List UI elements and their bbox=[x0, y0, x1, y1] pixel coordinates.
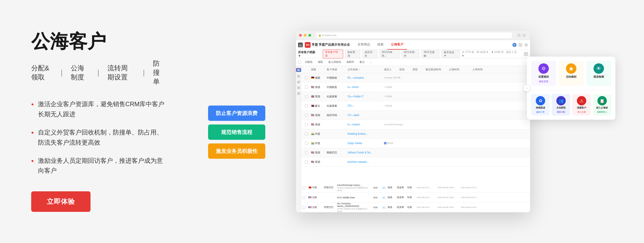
source-cell-1: 阿里巴巴 bbox=[324, 186, 337, 189]
row-checkbox[interactable] bbox=[302, 186, 305, 189]
table-wrapper: 国家 客户来源 公司名称 ↑ 成交人 阶段 类型 最后跟进时间 公海时间 入库时… bbox=[301, 66, 530, 167]
nav-tab-leads[interactable]: 线索 bbox=[374, 40, 387, 50]
row-checkbox[interactable] bbox=[305, 104, 308, 107]
table-row[interactable]: 🇬🇧 英国 社媒搜索 Ca—Holder C ≈ 无活动 bbox=[301, 92, 530, 101]
user-avatar[interactable] bbox=[524, 43, 528, 47]
row-checkbox[interactable] bbox=[305, 76, 308, 79]
table-row[interactable]: 🇺🇸 美国 网易巴巴 Jotham Foods & Se... bbox=[301, 148, 530, 157]
row-checkbox[interactable] bbox=[305, 95, 308, 98]
row-checkbox[interactable] bbox=[305, 160, 308, 164]
action-btn-more[interactable]: ... bbox=[368, 60, 373, 64]
cell-sub: ≈ 无活动 bbox=[382, 95, 394, 98]
panel-card-sublabel-acquire: 重新分配 bbox=[557, 111, 565, 113]
cell-sub: of (Meta) | 客户资... bbox=[382, 76, 406, 79]
action-btn-email[interactable]: 发邮件 bbox=[345, 60, 356, 64]
date2-1: 2023-09-08 23:00 bbox=[437, 186, 461, 189]
browser-controls bbox=[517, 33, 526, 37]
dot-green bbox=[308, 34, 311, 37]
row-checkbox[interactable] bbox=[305, 132, 308, 136]
cta-button[interactable]: 立即体验 bbox=[31, 191, 91, 212]
left-content: 公海客户 分配&领取 ｜ 公海制度 ｜ 流转周期设置 ｜ 防撞单 激活企业客户资… bbox=[31, 31, 177, 212]
row-checkbox[interactable] bbox=[302, 196, 305, 199]
dot-yellow bbox=[304, 34, 306, 37]
dot-red bbox=[299, 34, 302, 37]
nav-tab-public-sea[interactable]: 公海客户 bbox=[387, 40, 407, 50]
table-row[interactable]: 🇮🇳 印度 Sujay Sarkar ♿ 复活动 bbox=[301, 139, 530, 148]
filter-btn-60q[interactable]: 60天未报价 bbox=[402, 50, 420, 58]
row-checkbox[interactable] bbox=[302, 206, 305, 209]
contact-2: Erin bbox=[371, 196, 380, 199]
subtitle-row: 分配&领取 ｜ 公海制度 ｜ 流转周期设置 ｜ 防撞单 bbox=[31, 59, 166, 86]
nav-tab-products[interactable]: 在售商品 bbox=[354, 40, 374, 50]
action-bar: 分配给 领取 放入回收站 发邮件 备注 ... bbox=[296, 58, 530, 66]
action-btn-assign[interactable]: 分配给 bbox=[303, 60, 314, 64]
panel-card-acquire: 👥 主动获取 重新分配 bbox=[552, 94, 570, 116]
ctrl-1 bbox=[517, 33, 521, 37]
table-row[interactable]: 🇩🇪 德国 中国制造 RL—company of (Meta) | 客户资... bbox=[301, 73, 530, 83]
table-row[interactable]: 🇺🇸 美国 组织号码 CV—dash bbox=[301, 111, 530, 120]
action-btn-claim[interactable]: 领取 bbox=[316, 60, 325, 64]
bottom-row-2[interactable]: 🇫🇷 法国 PCS Middle East Erin C 海底 批发商 结束 2… bbox=[301, 193, 530, 203]
date1-1: 2022-06-29 0... bbox=[417, 186, 437, 189]
view-toggle[interactable] bbox=[524, 52, 528, 56]
menu-icon[interactable] bbox=[298, 43, 303, 47]
cell-country: 🇺🇸 美国 bbox=[310, 123, 325, 126]
filter-btn-deal[interactable]: 成交历史 bbox=[362, 50, 377, 58]
table-row[interactable]: 🇺🇸 美国 中国制造 Is—Intere ≈ 无活动 bbox=[301, 83, 530, 92]
filter-btn-all[interactable]: 所有客户性质 bbox=[323, 50, 343, 58]
table-row[interactable]: 🇺🇸 美国 anseline sawado... bbox=[301, 157, 530, 167]
table-row[interactable]: 🇮🇳 印度 Redding Enterp... bbox=[301, 129, 530, 139]
row-checkbox[interactable] bbox=[305, 86, 308, 89]
side-icon-2 bbox=[297, 81, 300, 83]
grade-badge-3: C bbox=[382, 206, 386, 209]
filter-btn-30d[interactable]: 30天内有联... bbox=[379, 50, 400, 58]
date3-2: 2023-08-03 15:4... bbox=[461, 196, 484, 199]
bullet-item-3: 激励业务人员定期回访客户，推进客户成为意向客户 bbox=[31, 156, 166, 176]
check-cell bbox=[302, 196, 308, 199]
hamburger-icon bbox=[299, 45, 302, 45]
filter-btn-pin[interactable]: 标标置顶 bbox=[345, 50, 360, 58]
panel-card-sublabel-violate: 掉入公海 bbox=[577, 111, 586, 113]
panel-card-violate: ⚠ 违规客户 掉入公海 bbox=[572, 94, 591, 116]
row-checkbox[interactable] bbox=[305, 142, 308, 145]
notification-icon[interactable]: ● bbox=[512, 43, 517, 47]
grade-2: C bbox=[380, 196, 388, 199]
panel-card-followup: ♻ 持续跟进 赢得订单 bbox=[531, 94, 550, 116]
bullet-list: 激活企业客户资源库，避免销售CRM库中客户长期无人跟进 自定义外贸客户回收机制，… bbox=[31, 99, 166, 176]
action-btn-note[interactable]: 备注 bbox=[358, 60, 366, 64]
date1-2: 2022-06-29 0... bbox=[417, 196, 437, 199]
cell-country: 🇲🇳 蒙古 bbox=[310, 104, 325, 108]
cell-country: 🇺🇸 美国 bbox=[310, 151, 325, 154]
header-type: 类型 bbox=[411, 68, 424, 71]
select-all-checkbox[interactable] bbox=[298, 60, 301, 64]
stage-2: 海底 bbox=[388, 196, 397, 199]
grade-badge-1: C bbox=[382, 186, 386, 189]
settings-icon[interactable] bbox=[519, 43, 522, 47]
cell-source: 社媒搜索 bbox=[325, 95, 346, 98]
track-icon: 👁 bbox=[594, 63, 604, 74]
cell-source: 组织号码 bbox=[325, 113, 346, 117]
panel-divider bbox=[531, 90, 611, 90]
side-icons: AI bbox=[296, 66, 301, 212]
check-cell bbox=[302, 206, 308, 209]
side-icon-3 bbox=[297, 86, 300, 89]
filter-btn-60c[interactable]: 60天无接触 bbox=[421, 50, 439, 58]
action-btn-recycle[interactable]: 放入回收站 bbox=[327, 60, 343, 64]
filter-btn-expand[interactable]: 展开筛选 ▼ bbox=[441, 50, 460, 58]
header-date3: 入库时间 bbox=[471, 68, 494, 71]
bottom-row-3[interactable]: 🇫🇷 法国 阿里巴巴 No Company Name_1006528342S o… bbox=[301, 203, 530, 212]
logo-text: MX bbox=[306, 44, 310, 46]
bottom-row-1[interactable]: 🇨🇳 中国 阿里巴巴 KavorkiGeorge Kasss... of (ib… bbox=[301, 183, 530, 193]
row-checkbox[interactable] bbox=[305, 114, 308, 117]
table-row[interactable]: 🇲🇳 蒙古 社媒搜索 CR— ≈ 无活动 bbox=[301, 101, 530, 111]
table-row[interactable]: 🇺🇸 美国 Is—mdash of (Corki) Rechange... bbox=[301, 120, 530, 129]
ctrl-2 bbox=[522, 33, 526, 37]
row-checkbox[interactable] bbox=[305, 151, 308, 154]
type-2: 批发商 bbox=[397, 196, 407, 199]
chevron-left-icon[interactable]: ‹ bbox=[523, 84, 531, 92]
panel-top-row: ⚙ 设置规则 商机管理 ◉ 启动规则 👁 跟进检测 bbox=[531, 61, 611, 86]
cell-company: Ca—Holder C bbox=[346, 95, 382, 98]
row-checkbox[interactable] bbox=[305, 123, 308, 126]
cell-source: 网易巴巴 bbox=[325, 151, 346, 154]
date3-1: 2023-08-03 15:4... bbox=[461, 186, 484, 189]
